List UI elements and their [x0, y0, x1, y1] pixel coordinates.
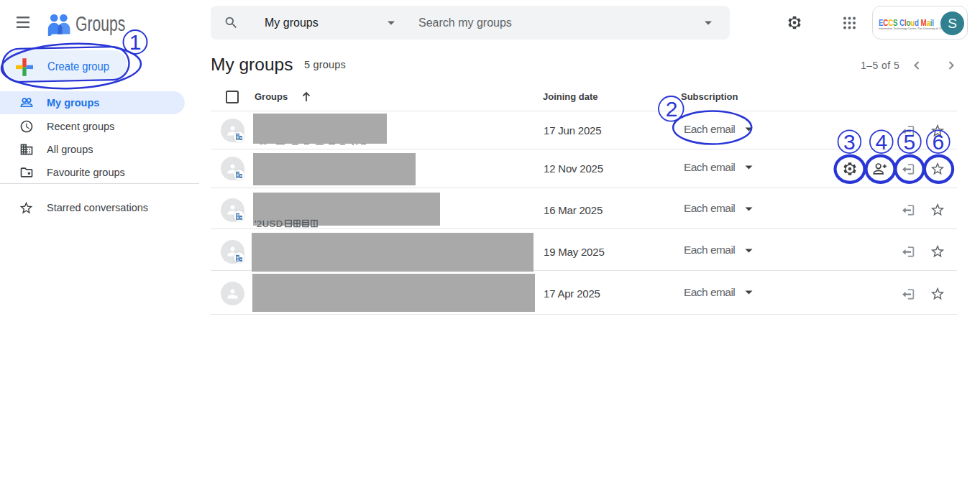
svg-text:6: 6 [932, 130, 944, 154]
svg-text:4: 4 [875, 130, 887, 154]
svg-text:2: 2 [666, 97, 678, 121]
svg-text:1: 1 [129, 30, 142, 54]
svg-text:3: 3 [843, 130, 856, 154]
svg-text:5: 5 [904, 130, 916, 154]
